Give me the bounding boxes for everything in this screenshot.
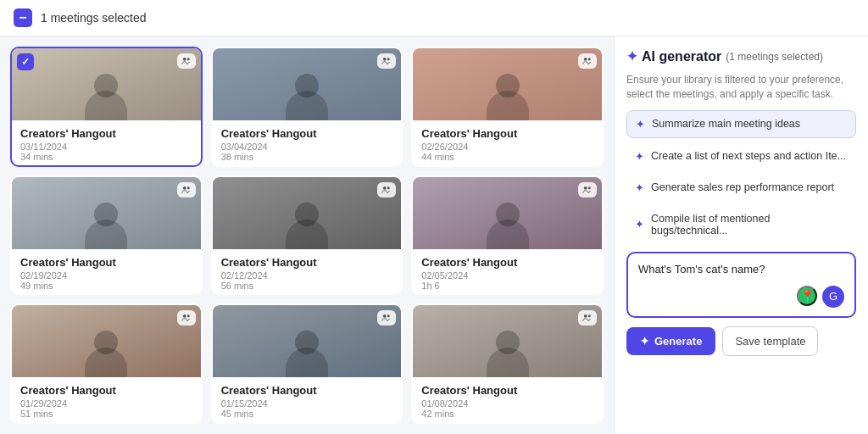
person-silhouette <box>85 324 127 377</box>
meeting-duration: 34 mins <box>20 152 192 162</box>
suggestion-item-3[interactable]: ✦Generate sales rep performance report <box>626 175 856 201</box>
meeting-info: Creators' Hangout01/29/202451 mins <box>12 377 201 424</box>
participants-icon <box>578 53 597 69</box>
participants-icon <box>177 182 196 198</box>
person-silhouette <box>487 67 529 120</box>
meeting-card-6[interactable]: Creators' Hangout02/05/20241h 6 <box>411 175 604 296</box>
meeting-duration: 49 mins <box>20 281 192 291</box>
deselect-button[interactable] <box>14 8 32 27</box>
people-icon <box>582 56 593 66</box>
meeting-thumb-8 <box>213 305 402 377</box>
svg-point-12 <box>183 314 186 318</box>
meeting-card-7[interactable]: Creators' Hangout01/29/202451 mins <box>10 303 203 424</box>
suggestion-label: Create a list of next steps and action I… <box>651 150 846 162</box>
person-silhouette <box>487 196 529 249</box>
spark-icon: ✦ <box>635 181 644 194</box>
ai-input-submit-btn[interactable]: G <box>822 286 844 308</box>
meeting-duration: 51 mins <box>20 409 192 419</box>
meetings-grid: Creators' Hangout03/11/202434 minsCreato… <box>0 36 614 434</box>
svg-point-15 <box>387 315 390 318</box>
meeting-date: 01/08/2024 <box>421 398 593 409</box>
meeting-card-1[interactable]: Creators' Hangout03/11/202434 mins <box>10 47 203 167</box>
suggestion-item-1[interactable]: ✦Summarize main meeting ideas <box>626 110 856 138</box>
ai-input-icons: 📍 G <box>638 286 844 308</box>
meeting-card-2[interactable]: Creators' Hangout03/04/202438 mins <box>211 47 403 167</box>
meeting-thumb-3 <box>413 48 602 120</box>
location-icon-btn[interactable]: 📍 <box>797 286 817 306</box>
participants-icon <box>578 182 597 198</box>
save-template-button[interactable]: Save template <box>722 326 818 356</box>
svg-point-9 <box>387 186 390 189</box>
svg-point-8 <box>383 186 387 190</box>
participants-icon <box>177 53 196 69</box>
meeting-duration: 56 mins <box>221 281 393 291</box>
people-icon <box>582 313 593 323</box>
meeting-title: Creators' Hangout <box>421 127 593 140</box>
meeting-card-3[interactable]: Creators' Hangout02/26/202444 mins <box>411 47 604 167</box>
generate-button[interactable]: ✦ Generate <box>626 327 715 355</box>
meeting-date: 01/29/2024 <box>20 398 192 409</box>
ai-input-text[interactable]: What's Tom's cat's name? <box>638 262 844 277</box>
svg-point-5 <box>588 58 591 60</box>
meeting-date: 03/04/2024 <box>221 142 393 152</box>
meeting-date: 02/19/2024 <box>20 270 192 281</box>
participants-icon <box>578 310 597 326</box>
ai-panel-header: ✦ AI generator (1 meetings selected) <box>626 48 856 64</box>
people-icon <box>582 185 593 195</box>
ai-badge: (1 meetings selected) <box>726 51 823 63</box>
meeting-card-4[interactable]: Creators' Hangout02/19/202449 mins <box>10 175 203 296</box>
meeting-info: Creators' Hangout03/04/202438 mins <box>213 120 402 167</box>
meeting-info: Creators' Hangout01/15/202445 mins <box>213 377 402 424</box>
meeting-card-9[interactable]: Creators' Hangout01/08/202442 mins <box>411 303 604 424</box>
meeting-card-8[interactable]: Creators' Hangout01/15/202445 mins <box>211 303 403 424</box>
generate-sparkle-icon: ✦ <box>640 335 649 348</box>
meeting-card-5[interactable]: Creators' Hangout02/12/202456 mins <box>211 175 403 296</box>
svg-point-6 <box>183 186 186 190</box>
meeting-info: Creators' Hangout02/12/202456 mins <box>213 249 402 296</box>
meeting-duration: 45 mins <box>221 409 393 419</box>
ai-input-area[interactable]: What's Tom's cat's name? 📍 G <box>626 252 856 318</box>
people-icon <box>381 313 392 323</box>
meeting-date: 03/11/2024 <box>20 142 192 152</box>
meeting-thumb-2 <box>213 48 402 120</box>
svg-point-10 <box>584 186 587 190</box>
meeting-info: Creators' Hangout02/05/20241h 6 <box>413 249 602 296</box>
people-icon <box>181 185 192 195</box>
meeting-date: 01/15/2024 <box>221 398 393 409</box>
meeting-thumb-4 <box>12 177 201 249</box>
meeting-title: Creators' Hangout <box>421 384 593 397</box>
suggestion-label: Summarize main meeting ideas <box>652 118 800 130</box>
meeting-thumb-9 <box>413 305 602 377</box>
meeting-date: 02/26/2024 <box>421 142 593 152</box>
ai-suggestions: ✦Summarize main meeting ideas✦Create a l… <box>626 110 856 243</box>
person-silhouette <box>286 196 328 249</box>
svg-point-7 <box>186 186 189 189</box>
person-silhouette <box>286 324 328 377</box>
person-silhouette <box>85 196 127 249</box>
suggestion-label: Compile list of mentioned bugs/technical… <box>651 213 848 236</box>
participants-icon <box>377 310 396 326</box>
svg-point-16 <box>584 314 587 318</box>
people-icon <box>181 313 192 323</box>
svg-point-11 <box>588 186 591 189</box>
meeting-date: 02/05/2024 <box>421 270 593 281</box>
meeting-duration: 44 mins <box>421 152 593 162</box>
svg-point-2 <box>383 58 387 61</box>
svg-point-4 <box>584 58 587 61</box>
person-silhouette <box>487 324 529 377</box>
selection-label: 1 meetings selected <box>41 11 147 25</box>
suggestion-item-4[interactable]: ✦Compile list of mentioned bugs/technica… <box>626 206 856 243</box>
meeting-thumb-1 <box>12 48 201 120</box>
meeting-info: Creators' Hangout03/11/202434 mins <box>12 120 201 167</box>
meeting-duration: 38 mins <box>221 152 393 162</box>
checkmark-badge <box>17 53 34 70</box>
ai-actions: ✦ Generate Save template <box>626 326 856 356</box>
meeting-date: 02/12/2024 <box>221 270 393 281</box>
meeting-duration: 1h 6 <box>421 281 593 291</box>
main-content: Creators' Hangout03/11/202434 minsCreato… <box>0 36 868 434</box>
suggestion-item-2[interactable]: ✦Create a list of next steps and action … <box>626 143 856 170</box>
meeting-title: Creators' Hangout <box>221 256 393 269</box>
participants-icon <box>377 182 396 198</box>
meeting-title: Creators' Hangout <box>20 384 192 397</box>
meeting-title: Creators' Hangout <box>221 384 393 397</box>
